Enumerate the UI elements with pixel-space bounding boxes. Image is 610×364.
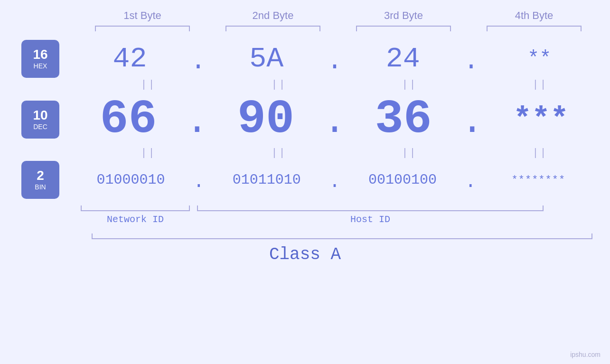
eq-2-3: || (357, 147, 462, 159)
byte-label-1: 1st Byte (90, 9, 195, 22)
eq-2-2: || (227, 147, 331, 159)
equals-row-1: || || || || (83, 79, 605, 91)
hex-val-1: 42 (78, 43, 182, 75)
top-bracket-4 (487, 26, 582, 31)
hex-val-2: 5A (214, 43, 319, 75)
bottom-bracket-container (81, 205, 603, 211)
watermark: ipshu.com (570, 351, 601, 358)
bin-row: 2 BIN 01000010 . 01011010 . 00100100 . *… (0, 161, 610, 199)
bin-values: 01000010 . 01011010 . 00100100 . *******… (74, 172, 610, 188)
dec-val-1: 66 (76, 93, 180, 146)
class-bracket (92, 233, 592, 239)
main-container: 1st Byte 2nd Byte 3rd Byte 4th Byte 16 H… (0, 0, 610, 364)
hex-row: 16 HEX 42 . 5A . 24 . ** (0, 40, 610, 78)
top-bracket-2 (225, 26, 320, 31)
dec-row: 10 DEC 66 . 90 . 36 . *** (0, 93, 610, 146)
bin-val-4: ******** (486, 174, 591, 186)
eq-2-1: || (96, 147, 201, 159)
eq-1-1: || (96, 79, 201, 91)
hex-val-4: ** (487, 47, 591, 70)
hex-dot-2: . (327, 48, 342, 75)
network-bracket (81, 205, 190, 211)
host-id-label: Host ID (197, 214, 544, 225)
dec-badge: 10 DEC (21, 101, 59, 139)
dec-dot-3: . (461, 103, 484, 141)
dec-dot-1: . (186, 103, 208, 141)
class-label: Class A (269, 245, 341, 264)
hex-base-label: HEX (34, 62, 47, 70)
dec-values: 66 . 90 . 36 . *** (74, 93, 610, 146)
network-id-label: Network ID (81, 214, 190, 225)
top-bracket-1 (95, 26, 190, 31)
byte-labels-row: 1st Byte 2nd Byte 3rd Byte 4th Byte (77, 9, 600, 22)
hex-badge: 16 HEX (21, 40, 59, 78)
byte-label-3: 3rd Byte (351, 9, 456, 22)
hex-val-3: 24 (351, 43, 455, 75)
bin-val-2: 01011010 (215, 172, 319, 188)
eq-2-4: || (488, 147, 592, 159)
eq-1-2: || (227, 79, 331, 91)
top-bracket-3 (356, 26, 451, 31)
hex-base-number: 16 (33, 48, 47, 61)
byte-label-2: 2nd Byte (221, 9, 325, 22)
eq-1-3: || (357, 79, 462, 91)
bin-val-1: 01000010 (79, 172, 183, 188)
bin-dot-1: . (193, 173, 205, 192)
bin-base-number: 2 (37, 169, 44, 182)
dec-val-4: *** (489, 102, 593, 137)
dec-val-2: 90 (214, 93, 318, 146)
dec-dot-2: . (323, 103, 346, 141)
dec-base-label: DEC (33, 123, 47, 131)
id-labels: Network ID Host ID (81, 214, 603, 225)
bin-badge: 2 BIN (21, 161, 59, 199)
hex-dot-3: . (463, 48, 479, 75)
bin-base-label: BIN (35, 183, 46, 191)
host-bracket (197, 205, 544, 211)
equals-row-2: || || || || (83, 147, 605, 159)
bin-dot-2: . (329, 173, 340, 192)
dec-base-number: 10 (33, 109, 47, 122)
byte-label-4: 4th Byte (482, 9, 586, 22)
top-brackets (77, 26, 600, 31)
dec-val-3: 36 (351, 93, 456, 146)
bin-dot-3: . (465, 173, 476, 192)
hex-dot-1: . (190, 48, 206, 75)
eq-1-4: || (488, 79, 592, 91)
bin-val-3: 00100100 (350, 172, 455, 188)
hex-values: 42 . 5A . 24 . ** (74, 43, 610, 75)
